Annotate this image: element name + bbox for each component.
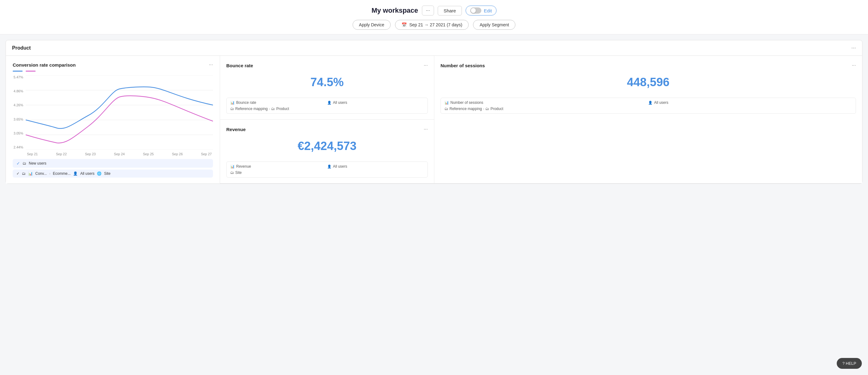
bounce-rate-card-icon: 🗂 — [230, 107, 234, 111]
bounce-rate-more[interactable]: ··· — [424, 63, 428, 68]
chart-svg — [26, 75, 213, 150]
sessions-chart-icon: 📊 — [444, 101, 449, 105]
revenue-title: Revenue — [226, 127, 246, 132]
sessions-product-icon: 🗂 — [486, 107, 489, 111]
revenue-metric-label: Revenue — [236, 164, 251, 169]
bounce-rate-metric-label: Bounce rate — [236, 100, 256, 105]
chart-more[interactable]: ··· — [209, 62, 213, 67]
chart-filter-row-1[interactable]: ✓ 🗂 New users — [13, 159, 213, 168]
help-button[interactable]: ? HELP — [837, 358, 862, 369]
x-axis: Sep 21 Sep 22 Sep 23 Sep 24 Sep 25 Sep 2… — [26, 152, 213, 156]
pink-line — [26, 96, 213, 143]
revenue-card-icon: 🗂 — [230, 170, 234, 175]
revenue-meta: 📊 Revenue 👤 All users 🗂 Site — [226, 162, 428, 178]
workspace-title: My workspace — [371, 6, 418, 15]
apply-segment-button[interactable]: Apply Segment — [473, 20, 516, 30]
product-section: Product ··· Bounce rate ··· 74.5% 📊 Boun… — [6, 40, 862, 184]
date-range-button[interactable]: 📅 Sep 21 → 27 2021 (7 days) — [395, 20, 469, 30]
sessions-path-arrow: › — [483, 107, 485, 111]
sessions-card: Number of sessions ··· 448,596 📊 Number … — [434, 56, 862, 183]
share-button[interactable]: Share — [438, 6, 462, 16]
cards-grid: Bounce rate ··· 74.5% 📊 Bounce rate 👤 Al… — [6, 56, 862, 184]
x-label-sep21: Sep 21 — [27, 152, 38, 156]
bounce-rate-path: 🗂 Reference mapping › 🗂 Product — [230, 107, 424, 111]
edit-toggle-container[interactable]: Edit — [466, 6, 497, 16]
edit-toggle[interactable] — [470, 7, 482, 13]
bounce-rate-users: 👤 All users — [327, 100, 424, 105]
bounce-rate-users-label: All users — [333, 100, 347, 105]
chart-container: 5.47% 4.86% 4.26% 3.65% 3.05% 2.44% — [13, 75, 213, 156]
revenue-header: Revenue ··· — [226, 126, 428, 132]
date-range-label: Sep 21 → 27 2021 (7 days) — [409, 22, 462, 27]
bounce-rate-card: Bounce rate ··· 74.5% 📊 Bounce rate 👤 Al… — [220, 56, 434, 119]
sessions-more[interactable]: ··· — [852, 63, 856, 68]
x-label-sep26: Sep 26 — [172, 152, 183, 156]
sessions-product: Product — [490, 107, 503, 111]
apply-device-label: Apply Device — [359, 22, 384, 27]
x-label-sep27: Sep 27 — [201, 152, 212, 156]
apply-segment-label: Apply Segment — [479, 22, 509, 27]
x-label-sep22: Sep 22 — [56, 152, 67, 156]
revenue-users-label: All users — [333, 164, 347, 169]
bounce-rate-title: Bounce rate — [226, 63, 253, 68]
chart-inner: Sep 21 Sep 22 Sep 23 Sep 24 Sep 25 Sep 2… — [26, 75, 213, 156]
bounce-rate-meta: 📊 Bounce rate 👤 All users 🗂 Reference ma… — [226, 97, 428, 114]
bounce-rate-product: Product — [276, 107, 289, 111]
sessions-header: Number of sessions ··· — [440, 63, 856, 68]
revenue-users-icon: 👤 — [327, 165, 332, 169]
chart-title: Conversion rate comparison — [13, 62, 75, 67]
bounce-rate-ref: Reference mapping — [235, 107, 268, 111]
users-icon: 👤 — [327, 101, 332, 105]
revenue-site-label: Site — [235, 170, 242, 175]
x-label-sep24: Sep 24 — [114, 152, 125, 156]
left-column: Bounce rate ··· 74.5% 📊 Bounce rate 👤 Al… — [220, 56, 434, 183]
sessions-path: 🗂 Reference mapping › 🗂 Product — [444, 107, 852, 111]
chart-filter-row-2[interactable]: ✓ 🗂 📊 Conv... › Ecomme... 👤 All users 🌐 … — [13, 170, 213, 178]
filter2-label: Conv... — [35, 171, 47, 176]
help-label: ? HELP — [842, 361, 856, 366]
path-arrow: › — [269, 107, 270, 111]
bounce-rate-header: Bounce rate ··· — [226, 63, 428, 68]
section-more-button[interactable]: ··· — [851, 45, 856, 51]
header-top: My workspace ··· Share Edit — [0, 6, 868, 16]
revenue-value: €2,424,573 — [226, 140, 428, 153]
chart-bottom: ✓ 🗂 New users ✓ 🗂 📊 Conv... › Ecomme... … — [13, 159, 213, 178]
filter-bar: Apply Device 📅 Sep 21 → 27 2021 (7 days)… — [0, 20, 868, 30]
filter1-check-icon: ✓ — [17, 161, 20, 166]
filter2-path: Ecomme... — [53, 171, 70, 176]
conversion-chart-card: Conversion rate comparison ··· 5.47% 4.8… — [6, 56, 220, 183]
filter1-label: New users — [29, 161, 46, 166]
apply-device-button[interactable]: Apply Device — [352, 20, 391, 30]
more-options-button[interactable]: ··· — [422, 6, 434, 16]
filter2-card-icon: 🗂 — [22, 171, 26, 176]
sessions-value: 448,596 — [440, 76, 856, 89]
y-label-3: 4.26% — [13, 103, 23, 107]
filter2-site-icon: 🌐 — [97, 171, 101, 176]
revenue-metric: 📊 Revenue — [230, 164, 327, 169]
x-label-sep23: Sep 23 — [85, 152, 96, 156]
revenue-site-row: 🗂 Site — [230, 170, 424, 175]
bounce-rate-metric: 📊 Bounce rate — [230, 100, 327, 105]
y-axis: 5.47% 4.86% 4.26% 3.65% 3.05% 2.44% — [13, 75, 26, 156]
y-label-4: 3.65% — [13, 117, 23, 121]
y-label-5: 3.05% — [13, 132, 23, 135]
y-label-1: 5.47% — [13, 75, 23, 79]
bounce-rate-product-icon: 🗂 — [271, 107, 275, 111]
y-label-2: 4.86% — [13, 89, 23, 93]
sessions-ref: Reference mapping — [450, 107, 482, 111]
calendar-icon: 📅 — [402, 22, 407, 27]
legend-blue-line — [13, 71, 23, 71]
edit-label: Edit — [484, 8, 492, 13]
sessions-card-icon: 🗂 — [444, 107, 448, 111]
sessions-title: Number of sessions — [440, 63, 485, 68]
filter2-users: All users — [80, 171, 94, 176]
section-title: Product — [12, 45, 31, 51]
filter1-card-icon: 🗂 — [23, 161, 26, 166]
revenue-more[interactable]: ··· — [424, 126, 428, 132]
section-header: Product ··· — [6, 40, 862, 56]
chart-legend — [13, 71, 213, 71]
sessions-users-icon: 👤 — [648, 101, 653, 105]
filter2-users-icon: 👤 — [73, 171, 78, 176]
page-header: My workspace ··· Share Edit Apply Device… — [0, 0, 868, 34]
sessions-metric-label: Number of sessions — [451, 100, 483, 105]
